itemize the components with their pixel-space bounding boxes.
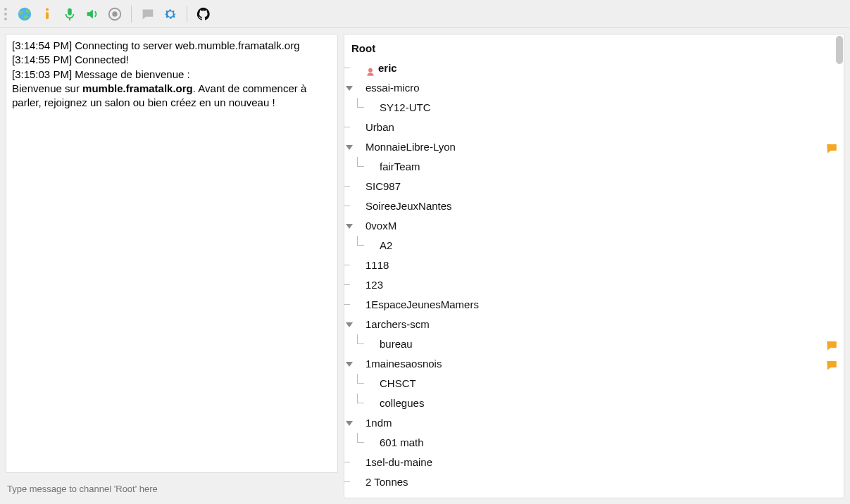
tree-channel[interactable]: SY12-UTC xyxy=(347,98,838,118)
caret-icon[interactable] xyxy=(346,86,353,91)
tree-channel[interactable]: SoireeJeuxNantes xyxy=(347,196,838,216)
settings-button[interactable] xyxy=(160,4,181,25)
svg-point-6 xyxy=(112,11,117,16)
app-root: [3:14:54 PM] Connecting to server web.mu… xyxy=(0,0,850,504)
info-icon xyxy=(39,6,55,22)
tree-channel[interactable]: 1ndm xyxy=(347,413,838,433)
log-line: [3:14:55 PM] Connected! xyxy=(12,53,332,67)
tree-channel[interactable]: Root xyxy=(347,39,838,58)
tree-channel[interactable]: 2 Tonnes xyxy=(347,472,838,492)
tree-connector xyxy=(344,472,350,482)
caret-icon[interactable] xyxy=(346,322,353,327)
tree-channel[interactable]: bureau xyxy=(347,334,838,354)
tree-channel[interactable]: 0voxM xyxy=(347,216,838,236)
node-label: SIC987 xyxy=(365,177,838,196)
tree-connector xyxy=(357,433,364,443)
left-pane: [3:14:54 PM] Connecting to server web.mu… xyxy=(6,34,338,498)
tree-connector xyxy=(344,453,350,462)
node-label: A2 xyxy=(380,236,838,256)
tree-channel[interactable]: essai-micro xyxy=(347,78,838,98)
message-log: [3:14:54 PM] Connecting to server web.mu… xyxy=(6,34,338,473)
tree-channel[interactable]: A2 xyxy=(347,236,838,256)
node-label: Urban xyxy=(365,118,838,137)
connect-button[interactable] xyxy=(14,4,35,25)
mic-icon xyxy=(62,6,77,22)
globe-icon xyxy=(17,6,32,22)
chat-button[interactable] xyxy=(137,4,158,25)
svg-rect-3 xyxy=(68,8,72,15)
record-icon xyxy=(107,6,123,22)
tree-channel[interactable]: CHSCT xyxy=(347,374,838,393)
comment-badge-icon xyxy=(825,358,838,370)
node-label: Root xyxy=(351,39,838,58)
log-line: [3:15:03 PM] Message de bienvenue : xyxy=(12,68,332,82)
node-label: eric xyxy=(378,58,838,78)
tree-channel[interactable]: SIC987 xyxy=(347,177,838,196)
tree-channel[interactable]: 1mainesaosnois xyxy=(347,354,838,374)
node-label: 1EspaceJeunesMamers xyxy=(365,295,838,315)
tree-connector xyxy=(357,334,364,344)
tree-channel[interactable]: 1EspaceJeunesMamers xyxy=(347,295,838,315)
tree-channel[interactable]: collegues xyxy=(347,393,838,413)
tree-connector xyxy=(357,374,364,384)
caret-icon[interactable] xyxy=(346,421,353,426)
tree-connector xyxy=(357,98,364,108)
svg-rect-4 xyxy=(69,18,70,20)
tree-connector xyxy=(357,393,364,403)
tree-channel[interactable]: 1118 xyxy=(347,256,838,275)
tree-channel[interactable]: Urban xyxy=(347,118,838,137)
tree-channel[interactable]: 601 math xyxy=(347,433,838,453)
tree-user[interactable]: eric xyxy=(347,58,838,78)
node-label: fairTeam xyxy=(380,157,838,177)
toolbar-divider xyxy=(187,6,187,23)
toolbar xyxy=(0,0,850,28)
log-line: [3:14:54 PM] Connecting to server web.mu… xyxy=(12,39,332,53)
caret-icon[interactable] xyxy=(346,145,353,150)
speaker-button[interactable] xyxy=(82,4,103,25)
tree-connector xyxy=(344,256,350,265)
user-icon xyxy=(365,63,375,73)
message-input-wrap xyxy=(6,479,338,498)
comment-badge-icon xyxy=(825,141,838,153)
node-label: CHSCT xyxy=(380,374,838,393)
tree-channel[interactable]: 1archers-scm xyxy=(347,315,838,334)
message-input[interactable] xyxy=(6,479,338,498)
tree-connector xyxy=(357,157,364,167)
node-label: 123 xyxy=(365,275,838,295)
info-button[interactable] xyxy=(37,4,58,25)
tree-connector xyxy=(344,275,350,285)
tree-connector xyxy=(344,295,350,305)
speaker-icon xyxy=(85,6,100,22)
mic-button[interactable] xyxy=(59,4,80,25)
main-area: [3:14:54 PM] Connecting to server web.mu… xyxy=(0,28,850,504)
node-label: 2 Tonnes xyxy=(365,472,838,492)
node-label: bureau xyxy=(380,334,821,354)
comment-badge-icon xyxy=(825,339,838,350)
tree-connector xyxy=(344,196,350,206)
chat-icon xyxy=(140,6,156,22)
caret-icon[interactable] xyxy=(346,224,353,229)
tree-connector xyxy=(357,236,364,246)
tree-channel[interactable]: 1sel-du-maine xyxy=(347,453,838,472)
tree-channel[interactable]: fairTeam xyxy=(347,157,838,177)
node-label: 1mainesaosnois xyxy=(365,354,821,374)
channel-tree: Rootericessai-microSY12-UTCUrbanMonnaieL… xyxy=(344,34,844,496)
record-button[interactable] xyxy=(104,4,125,25)
tree-channel[interactable]: MonnaieLibre-Lyon xyxy=(347,137,838,157)
node-label: SoireeJeuxNantes xyxy=(365,196,838,216)
github-button[interactable] xyxy=(193,4,214,25)
node-label: 1ndm xyxy=(365,413,838,433)
channel-tree-pane[interactable]: Rootericessai-microSY12-UTCUrbanMonnaieL… xyxy=(344,34,844,498)
tree-channel[interactable]: 123 xyxy=(347,275,838,295)
svg-point-7 xyxy=(368,68,373,73)
node-label: essai-micro xyxy=(365,78,838,98)
toolbar-divider xyxy=(131,6,132,23)
node-label: 1sel-du-maine xyxy=(365,453,838,472)
tree-connector xyxy=(344,118,350,127)
tree-connector xyxy=(344,58,350,68)
node-label: 1118 xyxy=(365,256,838,275)
node-label: 0voxM xyxy=(365,216,838,236)
svg-point-1 xyxy=(46,8,49,11)
node-label: 1archers-scm xyxy=(365,315,838,334)
caret-icon[interactable] xyxy=(346,362,353,367)
